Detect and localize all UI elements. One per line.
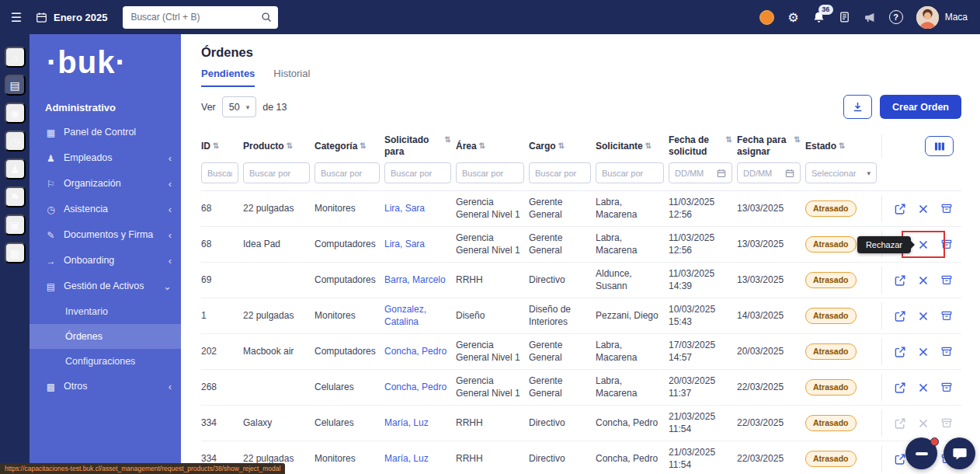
avatar[interactable] — [916, 6, 939, 29]
reject-order-button[interactable] — [915, 308, 932, 325]
announcements-megaphone-icon[interactable] — [864, 12, 876, 23]
tab-historial[interactable]: Historial — [273, 68, 310, 87]
archive-order-button[interactable] — [938, 272, 955, 289]
assign-order-button[interactable] — [891, 200, 909, 218]
assign-order-button[interactable] — [891, 415, 909, 432]
cell-id: 202 — [201, 346, 238, 358]
status-badge: Atrasado — [805, 236, 857, 253]
reject-order-button[interactable] — [915, 272, 932, 289]
sidebar-section-label: Administrativo — [30, 82, 181, 120]
assign-order-button[interactable] — [891, 272, 909, 289]
reject-order-button[interactable] — [915, 379, 932, 396]
sidebar-menu: ▦Panel de Control♟Empleados‹⚐Organizació… — [30, 120, 181, 399]
sidebar-item[interactable]: ▤Gestión de Activos⌄ — [30, 274, 181, 299]
employee-link[interactable]: Barra, Marcelo — [384, 274, 446, 285]
archive-order-button[interactable] — [938, 343, 955, 361]
assign-order-button[interactable] — [891, 308, 909, 325]
menu-toggle-button[interactable]: ☰ — [0, 0, 33, 34]
devices-icon[interactable]: ▦ — [5, 242, 26, 263]
employee-link[interactable]: Lira, Sara — [384, 239, 425, 249]
sort-icon[interactable]: ⇅ — [645, 141, 652, 152]
archive-order-button[interactable] — [938, 415, 955, 432]
download-button[interactable] — [843, 95, 872, 119]
employee-link[interactable]: Concha, Pedro — [384, 382, 447, 392]
payments-icon[interactable]: ◉ — [5, 103, 26, 124]
sort-icon[interactable]: ⇅ — [445, 135, 451, 145]
sort-icon[interactable]: ⇅ — [794, 135, 801, 145]
sort-icon[interactable]: ⇅ — [558, 141, 565, 152]
time-icon[interactable]: ◷ — [5, 131, 26, 152]
reject-order-button[interactable] — [915, 200, 932, 218]
cell-solicitado_para: Barra, Marcelo — [384, 274, 451, 287]
sidebar-item[interactable]: ▦Panel de Control — [30, 120, 181, 145]
cell-fecha_asignar: 13/03/2025 — [737, 239, 801, 251]
sidebar-item[interactable]: ◷Asistencia‹ — [30, 197, 181, 222]
buk-points-icon[interactable] — [759, 10, 774, 25]
documentation-icon[interactable] — [839, 11, 850, 23]
sidebar-item[interactable]: ▩Otros‹ — [30, 374, 181, 399]
employee-link[interactable]: Gonzalez, Catalina — [384, 304, 426, 327]
sidebar-subitem[interactable]: Órdenes — [30, 324, 181, 349]
administrative-icon[interactable]: ▤ — [5, 75, 26, 96]
sort-icon[interactable]: ⇅ — [287, 141, 293, 152]
filter-status-select[interactable]: Seleccionar▾ — [805, 162, 877, 183]
close-icon — [918, 239, 929, 250]
sidebar-subitem[interactable]: Inventario — [30, 299, 181, 324]
notifications-button[interactable]: 36 — [812, 11, 825, 24]
filter-text-input[interactable] — [201, 162, 238, 183]
talent-icon[interactable]: ⚑ — [5, 186, 26, 207]
cell-estado: Atrasado — [805, 415, 877, 432]
sort-icon[interactable]: ⇅ — [360, 141, 366, 152]
reject-tooltip: Rechazar — [857, 236, 911, 253]
gear-icon[interactable]: ⚙ — [787, 10, 798, 25]
reject-order-button[interactable] — [915, 415, 932, 432]
people-icon[interactable]: ♟ — [5, 159, 26, 179]
onboarding-icon: → — [45, 256, 57, 267]
filter-text-input[interactable] — [243, 162, 310, 183]
cell-solicitante: Concha, Pedro — [596, 453, 664, 465]
chevron-icon: ⌄ — [163, 281, 172, 292]
minimized-chat-button[interactable] — [905, 437, 937, 469]
employee-link[interactable]: María, Luz — [384, 453, 429, 464]
archive-order-button[interactable] — [938, 200, 955, 218]
chat-button[interactable] — [944, 437, 975, 469]
archive-order-button[interactable] — [938, 379, 955, 396]
employee-link[interactable]: Concha, Pedro — [384, 346, 447, 357]
archive-order-button[interactable] — [938, 308, 955, 325]
filter-text-input[interactable] — [529, 162, 591, 183]
filter-text-input[interactable] — [456, 162, 524, 183]
sort-icon[interactable]: ⇅ — [839, 141, 845, 152]
columns-picker-button[interactable] — [925, 136, 954, 156]
filter-text-input[interactable] — [315, 162, 380, 183]
sidebar-item[interactable]: ⚐Organización‹ — [30, 171, 181, 197]
employee-link[interactable]: Lira, Sara — [384, 203, 425, 214]
period-selector[interactable]: Enero 2025 — [33, 12, 120, 23]
create-order-button[interactable]: Crear Orden — [880, 95, 961, 119]
sidebar-subitem[interactable]: Configuraciones — [30, 349, 181, 374]
employee-link[interactable]: María, Luz — [384, 417, 429, 428]
reject-order-button[interactable] — [915, 343, 932, 361]
sort-icon[interactable]: ⇅ — [726, 135, 732, 145]
sidebar-item[interactable]: ✎Documentos y Firma‹ — [30, 222, 181, 248]
sort-icon[interactable]: ⇅ — [213, 141, 219, 152]
search-input[interactable] — [123, 6, 278, 29]
cell-fecha_asignar: 14/03/2025 — [737, 310, 801, 322]
folder-icon[interactable]: ▣ — [5, 214, 26, 235]
home-icon[interactable]: ⌂ — [5, 47, 26, 68]
archive-order-button[interactable] — [938, 236, 955, 253]
filter-date-input[interactable]: DD/MM — [669, 162, 732, 183]
sort-icon[interactable]: ⇅ — [479, 141, 485, 152]
sidebar-item[interactable]: →Onboarding‹ — [30, 248, 181, 274]
help-icon[interactable]: ? — [889, 10, 903, 24]
assign-order-button[interactable] — [891, 343, 909, 361]
column-header: Categoría⇅ — [315, 141, 380, 152]
per-page-select[interactable]: 50 ▾ — [222, 96, 256, 117]
filter-date-input[interactable]: DD/MM — [737, 162, 801, 183]
filter-cell — [315, 162, 380, 183]
sidebar-item[interactable]: ♟Empleados‹ — [30, 145, 181, 171]
filter-text-input[interactable] — [384, 162, 451, 183]
filter-text-input[interactable] — [596, 162, 664, 183]
tab-pendientes[interactable]: Pendientes — [201, 68, 255, 87]
assign-icon — [894, 310, 906, 322]
assign-order-button[interactable] — [891, 379, 909, 396]
